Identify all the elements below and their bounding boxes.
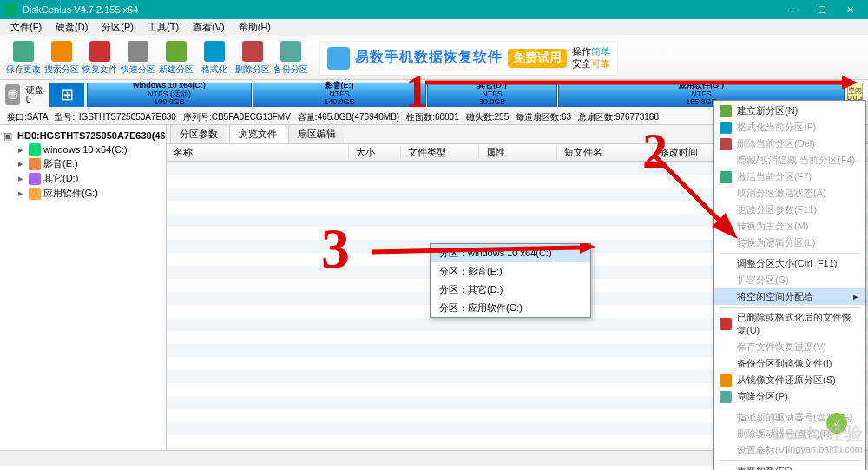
menu-item-icon	[720, 445, 732, 457]
banner-badge: 免费试用	[508, 49, 567, 68]
menubar: 文件(F)硬盘(D)分区(P)工具(T)查看(V)帮助(H)	[0, 19, 868, 36]
column-header[interactable]: 名称	[167, 146, 349, 159]
submenu-item[interactable]: 分区：windows 10 x64(C:)	[431, 244, 590, 262]
toolbar-button[interactable]: 格式化	[196, 39, 233, 77]
toolbar-icon	[51, 41, 72, 62]
toolbar: 保存更改搜索分区恢复文件快速分区新建分区格式化删除分区备份分区 易数手机数据恢复…	[0, 36, 868, 80]
context-menu-item: 设置卷标(V)	[714, 442, 865, 459]
context-menu-item: 取消分区激活状态(A)	[714, 185, 865, 202]
menu-item[interactable]: 工具(T)	[141, 21, 186, 34]
volume-icon	[29, 158, 41, 170]
toolbar-button[interactable]: 快速分区	[120, 39, 156, 77]
menu-item-icon	[720, 221, 732, 233]
context-menu-item: 扩容分区(G)	[714, 272, 865, 288]
minimize-button[interactable]: ─	[781, 2, 807, 17]
menu-item-icon	[720, 318, 732, 330]
partition-block[interactable]: 其它(D:)NTFS30.0GB	[427, 83, 557, 107]
menu-item-icon	[720, 466, 732, 471]
toolbar-button[interactable]: 搜索分区	[43, 39, 80, 77]
context-menu-item: 删除当前分区(Del)	[714, 136, 865, 152]
close-button[interactable]: ✕	[837, 2, 863, 17]
partition-submenu: 分区：windows 10 x64(C:)分区：影音(E:)分区：其它(D:)分…	[430, 243, 591, 318]
menu-item-icon	[720, 358, 732, 370]
menu-item-icon	[720, 391, 732, 403]
maximize-button[interactable]: ☐	[809, 2, 835, 17]
expand-icon[interactable]: ▸	[16, 158, 26, 169]
banner-main-text: 易数手机数据恢复软件	[355, 49, 503, 67]
windows-icon: ⊞	[49, 83, 84, 107]
menu-item-icon	[720, 258, 732, 270]
menu-item-icon	[720, 105, 732, 117]
menu-item-icon	[720, 138, 732, 150]
context-menu-item[interactable]: 已删除或格式化后的文件恢复(U)	[714, 309, 865, 339]
context-menu-item: 转换为逻辑分区(L)	[714, 235, 865, 251]
toolbar-icon	[204, 41, 225, 62]
toolbar-icon	[13, 41, 34, 62]
context-menu-item[interactable]: 将空闲空间分配给▸	[714, 288, 865, 305]
collapse-icon[interactable]: ▣	[3, 130, 12, 142]
drive-label: 硬盘 0	[26, 85, 43, 104]
tree-node[interactable]: ▸windows 10 x64(C:)	[16, 142, 162, 156]
toolbar-icon	[280, 41, 301, 62]
menu-item[interactable]: 文件(F)	[3, 21, 49, 34]
context-menu-item[interactable]: 重新加载(F5)	[714, 463, 865, 470]
context-menu-item[interactable]: 备份分区到镜像文件(I)	[714, 355, 865, 372]
volume-icon	[29, 188, 41, 200]
toolbar-button[interactable]: 保存更改	[5, 39, 42, 77]
tree-root[interactable]: ▣ HD0:HGSTHTS725050A7E630(466GB)	[3, 129, 162, 142]
toolbar-button[interactable]: 恢复文件	[82, 39, 118, 77]
column-header[interactable]: 大小	[349, 146, 401, 159]
menu-item-icon	[720, 275, 732, 287]
volume-icon	[29, 173, 41, 185]
column-header[interactable]: 文件类型	[401, 146, 479, 159]
menu-item-icon	[720, 204, 732, 216]
app-icon	[5, 3, 17, 16]
menu-item-icon	[720, 171, 732, 183]
tree-node[interactable]: ▸影音(E:)	[16, 156, 162, 171]
context-menu-item[interactable]: 建立新分区(N)	[714, 103, 865, 119]
context-menu-item[interactable]: 从镜像文件还原分区(S)	[714, 372, 865, 388]
ad-banner[interactable]: 易数手机数据恢复软件 免费试用 操作简单 安全可靠	[319, 41, 618, 76]
context-menu-item[interactable]: 克隆分区(P)	[714, 388, 865, 405]
menu-item-icon	[720, 412, 732, 424]
menu-item-icon	[720, 122, 732, 134]
menu-item[interactable]: 帮助(H)	[232, 21, 278, 34]
help-fab[interactable]: ✓	[826, 413, 847, 434]
menu-item-icon	[720, 237, 732, 249]
expand-icon[interactable]: ▸	[16, 188, 26, 199]
column-header[interactable]: 短文件名	[557, 146, 653, 159]
expand-icon[interactable]: ▸	[16, 144, 26, 156]
toolbar-button[interactable]: 备份分区	[273, 39, 309, 77]
partition-block[interactable]: windows 10 x64(C:)NTFS (活动)100.0GB	[87, 83, 252, 107]
context-menu-item: 转换为主分区(M)	[714, 218, 865, 235]
menu-item-icon	[720, 374, 732, 387]
drive-icon[interactable]: ⛃	[5, 84, 20, 105]
partition-tree: ▣ HD0:HGSTHTS725050A7E630(466GB) ▸window…	[0, 125, 167, 450]
context-menu-item: 更改分区参数(F11)	[714, 202, 865, 218]
menu-item-icon	[720, 155, 732, 167]
submenu-item[interactable]: 分区：影音(E:)	[431, 262, 590, 281]
toolbar-icon	[128, 41, 148, 62]
toolbar-button[interactable]: 新建分区	[158, 39, 194, 77]
submenu-item[interactable]: 分区：应用软件(G:)	[431, 299, 590, 317]
menu-item[interactable]: 分区(P)	[95, 21, 141, 34]
tab[interactable]: 分区参数	[170, 124, 227, 143]
toolbar-icon	[242, 41, 263, 62]
partition-block[interactable]: 影音(E:)NTFS140.0GB	[253, 83, 426, 107]
submenu-arrow-icon: ▸	[853, 291, 858, 302]
column-header[interactable]: 属性	[479, 146, 557, 159]
submenu-item[interactable]: 分区：其它(D:)	[431, 281, 590, 299]
tree-node[interactable]: ▸其它(D:)	[16, 171, 162, 186]
expand-icon[interactable]: ▸	[16, 173, 26, 184]
banner-icon	[327, 47, 350, 70]
context-menu-item: 激活当前分区(F7)	[714, 169, 865, 185]
menu-item[interactable]: 查看(V)	[186, 21, 232, 34]
context-menu-item[interactable]: 调整分区大小(Ctrl_F11)	[714, 255, 865, 272]
banner-sub-text: 操作简单 安全可靠	[572, 46, 610, 69]
menu-item[interactable]: 硬盘(D)	[49, 21, 95, 34]
volume-icon	[29, 143, 41, 156]
tree-node[interactable]: ▸应用软件(G:)	[16, 186, 162, 201]
toolbar-button[interactable]: 删除分区	[234, 39, 271, 77]
tab[interactable]: 浏览文件	[229, 124, 286, 143]
tab[interactable]: 扇区编辑	[288, 124, 345, 143]
